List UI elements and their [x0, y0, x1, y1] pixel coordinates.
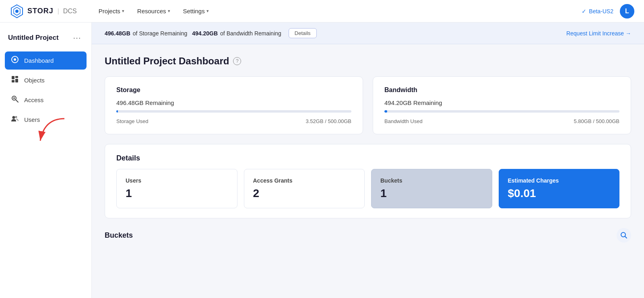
sidebar-item-objects[interactable]: Objects — [5, 71, 87, 89]
svg-point-4 — [14, 58, 16, 61]
nav-items: Projects ▾ Resources ▾ Settings ▾ — [93, 4, 215, 18]
buckets-tile-value: 1 — [380, 187, 483, 200]
buckets-section: Buckets — [105, 228, 631, 243]
bandwidth-remaining-label: of Bandwidth Remaining — [220, 30, 281, 37]
svg-line-15 — [625, 236, 627, 238]
svg-rect-6 — [15, 76, 18, 78]
svg-rect-5 — [12, 76, 14, 79]
resources-chevron-icon: ▾ — [168, 8, 170, 14]
logo-dcs-text: DCS — [63, 8, 77, 15]
charges-detail-tile[interactable]: Estimated Charges $0.01 — [499, 169, 620, 208]
page-title-row: Untitled Project Dashboard ? — [105, 55, 631, 67]
main-layout: Untitled Project ⋯ Dashboard — [0, 0, 644, 298]
users-icon — [10, 115, 19, 125]
storage-progress-fill — [116, 110, 118, 113]
users-tile-label: Users — [126, 177, 228, 184]
buckets-tile-label: Buckets — [380, 177, 483, 184]
svg-rect-8 — [15, 79, 18, 82]
beta-region-badge: ✓ Beta-US2 — [582, 8, 613, 14]
users-tile-value: 1 — [126, 187, 228, 200]
help-icon[interactable]: ? — [233, 57, 241, 65]
access-icon — [10, 95, 19, 105]
buckets-detail-tile[interactable]: Buckets 1 — [371, 169, 492, 208]
details-section: Details Users 1 Access Grants 2 Buckets — [105, 144, 631, 218]
check-icon: ✓ — [582, 8, 586, 14]
access-grants-tile-label: Access Grants — [253, 177, 356, 184]
sidebar-item-access[interactable]: Access — [5, 91, 87, 109]
sidebar: Untitled Project ⋯ Dashboard — [0, 23, 92, 298]
sidebar-nav: Dashboard Objects — [5, 51, 87, 129]
sidebar-item-dashboard[interactable]: Dashboard — [5, 51, 87, 70]
sidebar-item-users[interactable]: Users — [5, 111, 87, 129]
svg-point-12 — [12, 116, 15, 119]
access-grants-detail-tile[interactable]: Access Grants 2 — [244, 169, 365, 208]
storage-used-label: Storage Used — [116, 118, 149, 124]
logo-storj-text: STORJ — [27, 7, 54, 15]
charges-tile-value: $0.01 — [508, 187, 611, 200]
bandwidth-progress-bg — [384, 110, 619, 113]
top-navigation: STORJ | DCS Projects ▾ Resources ▾ Setti… — [0, 0, 644, 23]
storage-remaining: 496.48GB Remaining — [116, 99, 351, 106]
svg-line-11 — [16, 100, 18, 102]
project-name: Untitled Project — [8, 34, 59, 42]
access-grants-tile-value: 2 — [253, 187, 356, 200]
nav-item-projects[interactable]: Projects ▾ — [93, 4, 130, 18]
bandwidth-remaining: 494.20GB Remaining — [384, 99, 619, 106]
nav-item-settings[interactable]: Settings ▾ — [178, 4, 215, 18]
page-title: Untitled Project Dashboard — [105, 55, 229, 67]
logo-icon — [10, 4, 24, 18]
settings-chevron-icon: ▾ — [206, 8, 209, 14]
nav-item-resources[interactable]: Resources ▾ — [132, 4, 176, 18]
metrics-cards: Storage 496.48GB Remaining Storage Used … — [105, 76, 631, 134]
topnav-right: ✓ Beta-US2 L — [582, 4, 634, 18]
search-icon — [620, 232, 627, 239]
project-menu-button[interactable]: ⋯ — [70, 32, 83, 43]
bandwidth-footer: Bandwidth Used 5.80GB / 500.00GB — [384, 118, 619, 124]
objects-icon — [10, 75, 19, 85]
bandwidth-used-label: Bandwidth Used — [384, 118, 423, 124]
storage-used-value: 3.52GB / 500.00GB — [306, 118, 351, 124]
details-title: Details — [116, 154, 619, 162]
details-button[interactable]: Details — [289, 28, 317, 38]
bandwidth-value: 494.20GB — [192, 30, 218, 37]
svg-point-2 — [15, 10, 19, 13]
storage-progress-bg — [116, 110, 351, 113]
storage-card: Storage 496.48GB Remaining Storage Used … — [105, 76, 363, 134]
svg-rect-7 — [12, 80, 14, 82]
dashboard-icon — [10, 55, 19, 66]
bandwidth-used-value: 5.80GB / 500.00GB — [574, 118, 619, 124]
bandwidth-card: Bandwidth 494.20GB Remaining Bandwidth U… — [373, 76, 631, 134]
buckets-search-button[interactable] — [617, 228, 631, 243]
charges-tile-label: Estimated Charges — [508, 177, 611, 184]
svg-point-13 — [15, 116, 17, 118]
storage-card-title: Storage — [116, 86, 351, 94]
buckets-title: Buckets — [105, 231, 133, 240]
bandwidth-progress-fill — [384, 110, 387, 113]
svg-point-10 — [13, 97, 15, 99]
users-detail-tile[interactable]: Users 1 — [116, 169, 237, 208]
storage-banner: 496.48GB of Storage Remaining 494.20GB o… — [92, 23, 644, 44]
storage-remaining-label: of Storage Remaining — [133, 30, 187, 37]
logo[interactable]: STORJ | DCS — [10, 4, 77, 18]
request-limit-link[interactable]: Request Limit Increase → — [566, 30, 631, 37]
bandwidth-card-title: Bandwidth — [384, 86, 619, 94]
storage-footer: Storage Used 3.52GB / 500.00GB — [116, 118, 351, 124]
user-avatar[interactable]: L — [620, 4, 634, 18]
storage-value: 496.48GB — [105, 30, 130, 37]
logo-divider: | — [58, 8, 59, 15]
project-header: Untitled Project ⋯ — [5, 31, 87, 51]
main-content: 496.48GB of Storage Remaining 494.20GB o… — [92, 23, 644, 298]
details-grid: Users 1 Access Grants 2 Buckets 1 — [116, 169, 619, 208]
page-content: Untitled Project Dashboard ? Storage 496… — [92, 44, 644, 254]
projects-chevron-icon: ▾ — [122, 8, 124, 14]
